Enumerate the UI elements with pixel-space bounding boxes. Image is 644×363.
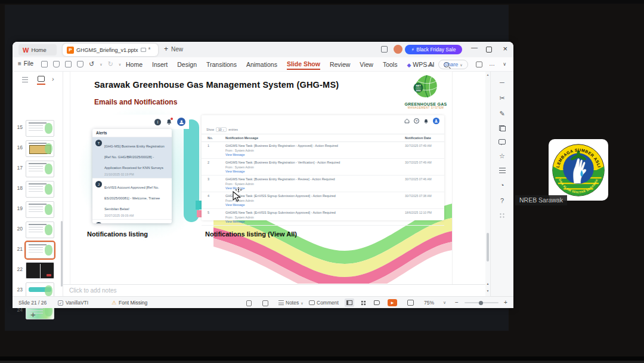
sidebar-scrollbar[interactable] [61, 221, 63, 287]
tabs-overview-icon[interactable] [381, 46, 388, 53]
slide-thumb-17[interactable]: 17 [13, 160, 63, 178]
slide-sorter-view-button[interactable] [358, 299, 368, 307]
view-message-link[interactable]: View Message [225, 153, 402, 156]
view-message-link[interactable]: View Message [225, 220, 402, 223]
page-size-select[interactable]: 10 ∨ [216, 127, 227, 132]
account-avatar[interactable] [394, 45, 402, 54]
outline-view-icon[interactable] [22, 77, 28, 82]
slide-canvas[interactable]: Sarawak Greenhouse Gas Management System… [70, 72, 452, 284]
insert-placeholder-icon[interactable] [262, 300, 268, 306]
slide-thumbnail[interactable] [26, 262, 54, 279]
slideshow-play-button[interactable]: ▶ [388, 299, 397, 306]
share-button[interactable]: Share ∨ [438, 60, 468, 69]
slide-thumb-16[interactable]: 16 [13, 140, 63, 158]
alert-item[interactable]: N EnVISS Account Approved [Ref No. ES/20… [92, 220, 172, 223]
apps-grid-icon[interactable] [499, 213, 505, 219]
cloud-sync-icon[interactable]: ☁ [427, 60, 434, 68]
new-tab-button[interactable]: + New [164, 45, 183, 53]
alert-item[interactable]: T [GHG-MS] Business Entity Registration … [92, 137, 172, 179]
menu-animations[interactable]: Animations [246, 60, 277, 69]
edit-icon[interactable]: ✎ [499, 110, 504, 118]
previous-slide-icon[interactable]: ▲ [485, 282, 490, 285]
task-pane-icon[interactable] [476, 61, 482, 67]
slide-thumb-19[interactable]: 19 [13, 201, 63, 219]
thumbnail-view-icon[interactable] [38, 76, 45, 82]
history-clock-icon[interactable]: ◔ [500, 182, 504, 189]
slide-thumbnail[interactable] [26, 140, 54, 157]
settings-sliders-icon[interactable] [499, 168, 506, 174]
redo-icon[interactable]: ↻ [108, 61, 113, 67]
slide-thumb-20[interactable]: 20 [13, 221, 63, 239]
zoom-slider-knob[interactable] [479, 301, 483, 305]
document-scrollbar[interactable]: ▲ ▲ ▼ [485, 72, 490, 296]
notes-input[interactable]: Click to add notes [63, 284, 485, 296]
fit-slide-icon[interactable] [407, 300, 414, 306]
slide-number: 18 [14, 185, 23, 191]
spellcheck-language[interactable]: ✓ VanillaVTI [58, 300, 88, 306]
collapse-ribbon-icon[interactable]: ∨ [503, 61, 506, 67]
chevron-right-icon[interactable]: › [52, 75, 54, 82]
view-message-link[interactable]: View Message [225, 203, 402, 207]
view-message-link[interactable]: View Message [225, 170, 402, 173]
more-options-icon[interactable]: … [489, 60, 495, 67]
slide-thumb-21-selected[interactable]: 21 [13, 241, 63, 259]
slide-thumb-15[interactable]: 15 [13, 119, 63, 137]
document-tab[interactable]: P GHGMS_Briefing_v1.pptx * [63, 44, 158, 56]
comment-button[interactable]: Comment [309, 300, 339, 306]
comment-pane-icon[interactable] [499, 139, 506, 144]
scrollbar-thumb[interactable] [487, 233, 489, 262]
help-icon[interactable]: ? [500, 197, 504, 205]
current-slide-icon[interactable] [246, 300, 252, 306]
tools-icon[interactable]: ✂ [499, 94, 504, 102]
next-slide-icon[interactable]: ▼ [485, 289, 490, 293]
export-icon[interactable] [53, 61, 60, 67]
normal-view-button[interactable] [345, 299, 354, 307]
menu-slide-show[interactable]: Slide Show [287, 59, 320, 70]
home-tab[interactable]: W Home [18, 44, 57, 56]
promo-banner-button[interactable]: ⚡ Black Friday Sale [405, 45, 462, 54]
menu-insert[interactable]: Insert [152, 60, 168, 69]
slide-thumbnail[interactable] [26, 120, 54, 137]
save-icon[interactable] [41, 61, 48, 67]
bell-icon [423, 118, 429, 124]
slide-thumbnail[interactable] [26, 201, 54, 218]
menu-tools[interactable]: Tools [383, 60, 398, 69]
slide-thumb-22[interactable]: 22 [13, 262, 63, 279]
font-missing-warning[interactable]: ⚠ Font Missing [112, 300, 147, 306]
alert-item[interactable]: J EnVISS Account Approved [Ref No. ES/20… [92, 179, 172, 220]
view-message-link[interactable]: View Message [225, 186, 402, 190]
undo-caret-icon[interactable]: ∨ [100, 62, 102, 66]
participant-video-tile[interactable]: LEMBAGA SUMBER ASLI DAN ALAM SEKITAR SAR… [549, 139, 608, 201]
present-mode-icon[interactable] [141, 48, 146, 52]
minimize-button[interactable]: — [471, 44, 478, 51]
menu-design[interactable]: Design [177, 60, 197, 69]
slide-thumbnail[interactable] [26, 161, 54, 177]
slide-thumbnail-selected[interactable] [26, 242, 54, 259]
menu-view[interactable]: View [360, 60, 373, 69]
reading-view-button[interactable] [372, 299, 382, 307]
menu-transitions[interactable]: Transitions [206, 60, 237, 69]
shapes-icon[interactable] [499, 125, 506, 131]
zoom-caret-icon[interactable]: ∨ [443, 300, 446, 305]
menu-review[interactable]: Review [330, 60, 350, 69]
file-menu[interactable]: ≡ File [18, 60, 33, 67]
toolbar-caret-icon[interactable]: ∨ [119, 62, 121, 66]
zoom-in-button[interactable]: + [504, 299, 507, 306]
print-icon[interactable] [65, 61, 72, 67]
close-button[interactable]: × [503, 44, 507, 53]
maximize-button[interactable] [486, 47, 492, 53]
new-slide-button[interactable]: + [30, 309, 36, 319]
menu-home[interactable]: Home [126, 60, 143, 69]
favorites-icon[interactable]: ☆ [499, 152, 505, 160]
undo-icon[interactable]: ↺ [89, 61, 94, 67]
notes-toggle[interactable]: Notes ∨ [278, 300, 304, 306]
zoom-level[interactable]: 75% [424, 300, 434, 306]
slide-thumb-18[interactable]: 18 [13, 180, 63, 198]
collapse-rail-icon[interactable]: ─ [500, 79, 504, 87]
zoom-out-button[interactable]: − [455, 299, 459, 306]
slide-thumbnail[interactable] [26, 222, 54, 238]
zoom-slider[interactable] [465, 302, 499, 303]
slide-thumbnail[interactable] [26, 181, 54, 198]
scroll-up-icon[interactable]: ▲ [485, 73, 490, 76]
print-preview-icon[interactable] [77, 61, 83, 67]
